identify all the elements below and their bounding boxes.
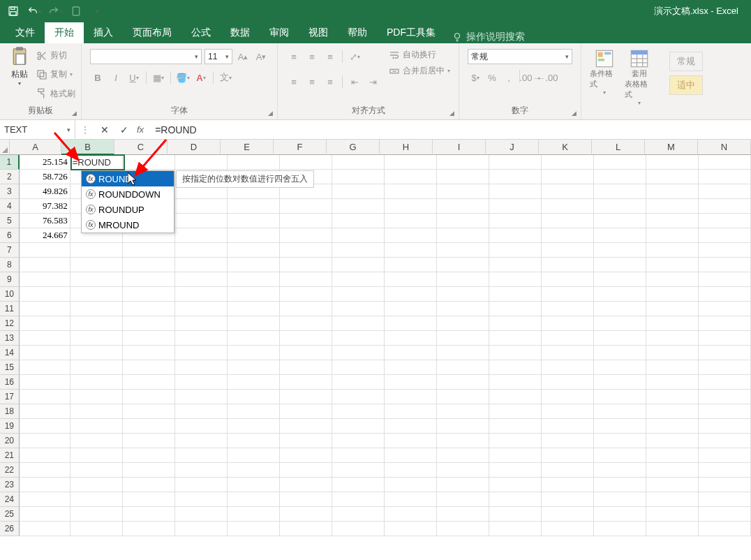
cell-H3[interactable] (385, 184, 437, 199)
autocomplete-item-rounddown[interactable]: fxROUNDDOWN (82, 186, 174, 202)
row-header-26[interactable]: 26 (0, 522, 20, 536)
cell-D13[interactable] (175, 331, 228, 346)
cell-M22[interactable] (646, 463, 699, 478)
cell-N4[interactable] (699, 199, 751, 214)
cell-J12[interactable] (489, 316, 542, 331)
cell-D23[interactable] (175, 478, 228, 492)
cell-L7[interactable] (594, 243, 646, 258)
cell-F26[interactable] (280, 522, 332, 536)
cell-D4[interactable] (175, 199, 228, 214)
cell-F25[interactable] (280, 507, 332, 522)
italic-button[interactable]: I (108, 70, 124, 85)
cell-K16[interactable] (542, 375, 594, 390)
border-button[interactable]: ▦▾ (151, 70, 166, 85)
cell-M4[interactable] (646, 199, 699, 214)
cell-N12[interactable] (699, 316, 751, 331)
cell-K14[interactable] (542, 346, 594, 360)
cell-K6[interactable] (542, 228, 594, 243)
cell-G1[interactable] (332, 155, 385, 170)
merge-center-button[interactable]: 合并后居中▾ (389, 65, 450, 77)
cell-M9[interactable] (646, 272, 699, 287)
cell-L12[interactable] (594, 316, 646, 331)
cell-B13[interactable] (70, 331, 123, 346)
cell-H13[interactable] (385, 331, 437, 346)
cell-K3[interactable] (542, 184, 594, 199)
cell-M25[interactable] (646, 507, 699, 522)
cell-D12[interactable] (175, 316, 228, 331)
col-header-B[interactable]: B (61, 140, 114, 155)
cell-A14[interactable] (20, 346, 70, 360)
cell-H16[interactable] (385, 375, 437, 390)
cell-C23[interactable] (123, 478, 175, 492)
cell-B23[interactable] (70, 478, 123, 492)
decrease-decimal-icon[interactable]: ←.00 (540, 70, 555, 85)
cell-G26[interactable] (332, 522, 385, 536)
cell-B15[interactable] (70, 360, 123, 375)
tab-help[interactable]: 帮助 (338, 22, 377, 43)
cell-G11[interactable] (332, 302, 385, 316)
cell-L21[interactable] (594, 448, 646, 463)
cut-button[interactable]: 剪切 (36, 50, 75, 61)
cell-C25[interactable] (123, 507, 175, 522)
cell-M1[interactable] (646, 155, 699, 170)
cell-F11[interactable] (280, 302, 332, 316)
formula-input[interactable]: =ROUND (151, 124, 751, 135)
fx-icon[interactable]: fx (134, 124, 151, 135)
cell-E25[interactable] (228, 507, 280, 522)
cell-M15[interactable] (646, 360, 699, 375)
cell-H18[interactable] (385, 404, 437, 419)
cell-A13[interactable] (20, 331, 70, 346)
cell-B17[interactable] (70, 390, 123, 404)
cell-K9[interactable] (542, 272, 594, 287)
cell-J19[interactable] (489, 419, 542, 434)
cell-E9[interactable] (228, 272, 280, 287)
col-header-L[interactable]: L (592, 140, 645, 155)
cell-J24[interactable] (489, 492, 542, 507)
row-header-25[interactable]: 25 (0, 507, 20, 522)
cell-N25[interactable] (699, 507, 751, 522)
tab-home[interactable]: 开始 (45, 22, 84, 43)
cell-H20[interactable] (385, 434, 437, 448)
cell-H11[interactable] (385, 302, 437, 316)
cell-E21[interactable] (228, 448, 280, 463)
wrap-text-button[interactable]: 自动换行 (389, 49, 450, 61)
cell-E10[interactable] (228, 287, 280, 302)
cell-B7[interactable] (70, 243, 123, 258)
cell-F22[interactable] (280, 463, 332, 478)
cell-B19[interactable] (70, 419, 123, 434)
cell-D8[interactable] (175, 258, 228, 272)
cell-H21[interactable] (385, 448, 437, 463)
cell-I16[interactable] (437, 375, 489, 390)
cell-I23[interactable] (437, 478, 489, 492)
cell-B10[interactable] (70, 287, 123, 302)
cell-J3[interactable] (489, 184, 542, 199)
cell-K15[interactable] (542, 360, 594, 375)
cell-B26[interactable] (70, 522, 123, 536)
cell-L25[interactable] (594, 507, 646, 522)
col-header-G[interactable]: G (327, 140, 380, 155)
cell-L22[interactable] (594, 463, 646, 478)
cell-H9[interactable] (385, 272, 437, 287)
cell-I18[interactable] (437, 404, 489, 419)
cell-C16[interactable] (123, 375, 175, 390)
cancel-formula-icon[interactable]: ✕ (95, 120, 114, 139)
cell-G15[interactable] (332, 360, 385, 375)
cell-D1[interactable] (175, 155, 228, 170)
cell-F1[interactable] (280, 155, 332, 170)
cell-H15[interactable] (385, 360, 437, 375)
accounting-format-icon[interactable]: $▾ (468, 70, 483, 85)
cell-K10[interactable] (542, 287, 594, 302)
cell-H8[interactable] (385, 258, 437, 272)
cell-E12[interactable] (228, 316, 280, 331)
cell-N22[interactable] (699, 463, 751, 478)
cell-A18[interactable] (20, 404, 70, 419)
cell-A15[interactable] (20, 360, 70, 375)
cell-M14[interactable] (646, 346, 699, 360)
cell-J4[interactable] (489, 199, 542, 214)
autocomplete-item-roundup[interactable]: fxROUNDUP (82, 202, 174, 217)
cell-F24[interactable] (280, 492, 332, 507)
row-header-6[interactable]: 6 (0, 228, 20, 243)
cell-M11[interactable] (646, 302, 699, 316)
cell-F8[interactable] (280, 258, 332, 272)
cell-L16[interactable] (594, 375, 646, 390)
